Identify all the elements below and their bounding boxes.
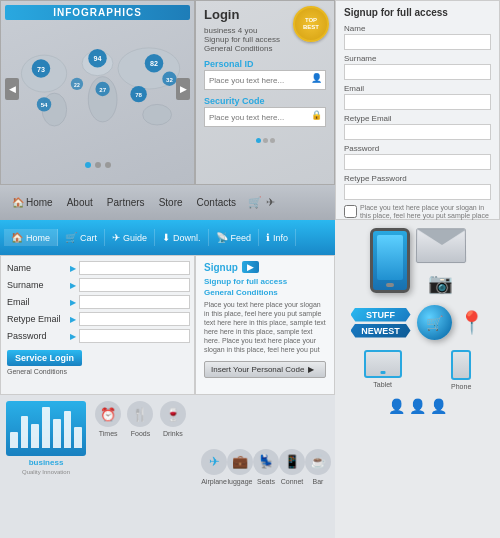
top-badge: TOPBEST [293, 6, 329, 42]
seats-label: Seats [257, 478, 275, 485]
blue-nav-info[interactable]: ℹ Info [259, 229, 296, 246]
password-field: Password [344, 144, 491, 170]
newest-ribbon: NEWEST [351, 324, 411, 338]
blue-nav-feed[interactable]: 📡 Feed [209, 229, 260, 246]
form-password-label: Password [7, 331, 67, 341]
tablet-icon-item: Tablet [364, 350, 402, 390]
infographics-dots [5, 158, 190, 170]
nav-contacts[interactable]: Contacts [191, 193, 242, 212]
svg-text:73: 73 [37, 65, 45, 74]
drinks-icon: 🍷 [160, 401, 186, 427]
stuff-label: STUFF [366, 310, 395, 320]
form-retype-label: Retype Email [7, 314, 67, 324]
main-container: INFOGRAPHICS ◀ 73 [0, 0, 500, 538]
form-email-input[interactable] [79, 295, 190, 309]
blue-nav-home[interactable]: 🏠 Home [4, 229, 58, 246]
email-label: Email [344, 84, 491, 93]
surname-input[interactable] [344, 64, 491, 80]
phone-label: Phone [451, 383, 471, 390]
phone-devices-row: 📷 [370, 228, 466, 295]
blue-feed-icon: 📡 [216, 232, 228, 243]
svg-point-5 [143, 104, 172, 125]
form-surname-input[interactable] [79, 278, 190, 292]
map-next-button[interactable]: ▶ [176, 78, 190, 100]
security-code-input[interactable] [204, 107, 326, 127]
form-email-row: Email ▶ [7, 295, 188, 309]
ribbon-row: STUFF NEWEST 🛒 📍 [351, 305, 485, 340]
blue-home-icon: 🏠 [11, 232, 23, 243]
blue-nav-cart[interactable]: 🛒 Cart [58, 229, 105, 246]
nav-store[interactable]: Store [153, 193, 189, 212]
bottom-icons-container: ⏰ Times 🍴 Foods 🍷 Drinks [92, 401, 189, 437]
nav-home[interactable]: 🏠 Home [6, 193, 59, 212]
form-retype-arrow: ▶ [70, 315, 76, 324]
blue-cart-icon: 🛒 [65, 232, 77, 243]
retype-email-input[interactable] [344, 124, 491, 140]
blue-cart-label: Cart [80, 233, 97, 243]
house-pin-icon: 📍 [458, 310, 485, 336]
retype-password-label: Retype Password [344, 174, 491, 183]
form-password-row: Password ▶ [7, 329, 188, 343]
general-conditions-link[interactable]: General Conditions [7, 368, 188, 375]
luggage-label: luggage [228, 478, 253, 485]
times-label: Times [99, 430, 118, 437]
foods-icon-item: 🍴 Foods [127, 401, 153, 437]
airplane-icon: ✈ [201, 449, 227, 475]
retype-password-input[interactable] [344, 184, 491, 200]
form-name-input[interactable] [79, 261, 190, 275]
seats-icon: 💺 [253, 449, 279, 475]
svg-text:32: 32 [166, 76, 173, 83]
infographics-panel: INFOGRAPHICS ◀ 73 [0, 0, 195, 185]
form-surname-arrow: ▶ [70, 281, 76, 290]
insert-code-label: Insert Your Personal Code [211, 365, 304, 374]
name-input[interactable] [344, 34, 491, 50]
map-prev-button[interactable]: ◀ [5, 78, 19, 100]
nav-partners[interactable]: Partners [101, 193, 151, 212]
camera-icon: 📷 [428, 271, 453, 295]
blue-nav-bar: 🏠 Home 🛒 Cart ✈ Guide ⬇ Downl. 📡 Feed ℹ … [0, 220, 335, 255]
service-login-button[interactable]: Service Login [7, 350, 82, 366]
email-input[interactable] [344, 94, 491, 110]
phone-icon-item: Phone [451, 350, 471, 390]
envelope-group: 📷 [416, 228, 466, 295]
form-password-input[interactable] [79, 329, 190, 343]
form-name-arrow: ▶ [70, 264, 76, 273]
bottom-icons-row: ⏰ Times 🍴 Foods 🍷 Drinks [92, 401, 189, 437]
login-panel: Login business 4 you Signup for full acc… [195, 0, 335, 185]
blue-download-icon: ⬇ [162, 232, 170, 243]
newest-label: NEWEST [361, 326, 400, 336]
login-dots [204, 133, 326, 145]
security-code-label: Security Code [204, 96, 326, 106]
business-chart [6, 401, 86, 456]
form-surname-label: Surname [7, 280, 67, 290]
right-bottom-panel: 📷 STUFF NEWEST 🛒 📍 Tablet [335, 220, 500, 538]
drinks-label: Drinks [163, 430, 183, 437]
password-label: Password [344, 144, 491, 153]
blue-ball-icon: 🛒 [417, 305, 452, 340]
signup-content-arrow-button[interactable]: ▶ [242, 261, 259, 273]
form-retype-row: Retype Email ▶ [7, 312, 188, 326]
tablet-label: Tablet [373, 381, 392, 388]
insert-code-button[interactable]: Insert Your Personal Code ▶ [204, 361, 326, 378]
form-retype-input[interactable] [79, 312, 190, 326]
airplane-label: Airplane [201, 478, 227, 485]
nav-about[interactable]: About [61, 193, 99, 212]
personal-id-input[interactable] [204, 70, 326, 90]
signup-panel: Signup for full access Name Surname Emai… [335, 0, 500, 220]
chart-bar-3 [31, 424, 39, 448]
password-input[interactable] [344, 154, 491, 170]
personal-id-label: Personal ID [204, 59, 326, 69]
terms-checkbox[interactable] [344, 205, 357, 218]
right-bottom-icons: Tablet Phone [339, 350, 496, 390]
retype-email-label: Retype Email [344, 114, 491, 123]
nav-cart-icon: 🛒 [248, 196, 262, 209]
signup-content-panel: Signup ▶ Signup for full access General … [195, 255, 335, 395]
form-email-label: Email [7, 297, 67, 307]
blue-nav-guide[interactable]: ✈ Guide [105, 229, 155, 246]
blue-nav-downl[interactable]: ⬇ Downl. [155, 229, 209, 246]
nav-bar: 🏠 Home About Partners Store Contacts 🛒 ✈ [0, 185, 335, 220]
bar-icon-item: ☕ Bar [305, 449, 331, 485]
surname-label: Surname [344, 54, 491, 63]
envelope-flap [417, 229, 466, 245]
blue-info-icon: ℹ [266, 232, 270, 243]
